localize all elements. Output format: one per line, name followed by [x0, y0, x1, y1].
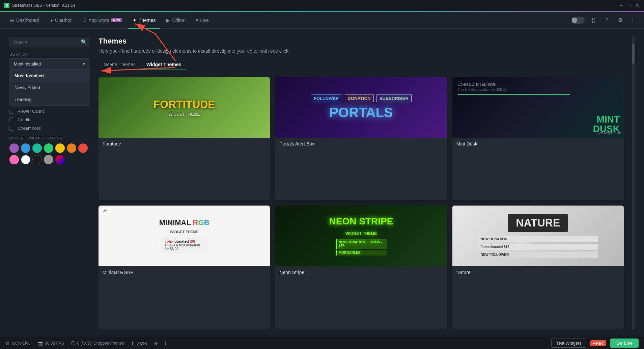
color-swatch-yellow[interactable]	[55, 143, 65, 153]
colors-section: WIDGET THEME COLORS	[9, 136, 90, 164]
themes-grid: FORTITUDE WIDGET THEME Fortitude FOLLOWE…	[99, 77, 624, 329]
main-content: 🔍 SORT BY Most Installed ▼ Most Installe…	[0, 29, 644, 337]
info-icon: ℹ	[165, 341, 166, 346]
color-swatch-black[interactable]	[32, 155, 42, 164]
nav-item-dashboard[interactable]: ⊞ Dashboard	[5, 15, 44, 26]
filter-label-streamboss: Streamboss	[18, 126, 41, 131]
nav-item-appstore[interactable]: ⬡ App Store New	[78, 15, 127, 26]
nav-item-chatbot[interactable]: ● Chatbot	[46, 15, 77, 26]
dropdown-arrow-icon: ▼	[82, 61, 86, 66]
window-title: Streamlabs OBS - Version: 0.11.14	[12, 3, 616, 8]
theme-card-minimal-rgb[interactable]: 35 MINIMAL RGB WIDGET THEME John donated…	[99, 206, 270, 329]
chatbot-icon: ●	[50, 18, 53, 23]
scroll-indicator[interactable]	[632, 37, 635, 329]
color-swatch-gray[interactable]	[44, 155, 53, 164]
columns-icon[interactable]: ⣿	[589, 16, 598, 25]
nav-label-editor: Editor	[172, 18, 185, 23]
theme-card-portals[interactable]: FOLLOWER DONATION SUBSCRIBER PORTALS Por…	[275, 77, 447, 200]
appstore-icon: ⬡	[82, 18, 86, 23]
nav-item-live[interactable]: ≡ Live	[191, 15, 214, 26]
color-swatch-red[interactable]	[78, 143, 88, 153]
nav-label-live: Live	[200, 18, 209, 23]
theme-thumbnail-mint-dusk: JOHN DONATED $90! This is a first donati…	[452, 77, 624, 138]
status-network: ⊕	[154, 341, 158, 346]
sort-option-trending[interactable]: Trending	[10, 93, 90, 105]
filter-streamboss[interactable]: Streamboss	[9, 126, 90, 131]
sidebar: 🔍 SORT BY Most Installed ▼ Most Installe…	[9, 37, 90, 329]
checkbox-viewer-count[interactable]	[9, 109, 14, 114]
window-controls: − □ ✕	[618, 3, 640, 8]
new-badge: New	[111, 18, 122, 22]
page-header: Themes Here you'll find hundreds of desi…	[99, 37, 624, 54]
theme-toggle[interactable]	[571, 17, 585, 24]
rec-badge: ● REC	[590, 340, 606, 346]
color-swatches	[9, 143, 90, 164]
search-box: 🔍	[9, 37, 90, 47]
rec-dot: ●	[593, 341, 595, 345]
live-icon: ≡	[195, 18, 198, 23]
dashboard-icon: ⊞	[10, 18, 14, 23]
scroll-thumb	[632, 44, 635, 64]
nav-bar: ⊞ Dashboard ● Chatbot ⬡ App Store New ✦ …	[0, 12, 644, 29]
theme-card-neon-stripe[interactable]: NEON STRIPEWIDGET THEME NEW DONATION — J…	[275, 206, 447, 329]
status-right: Test Widgets ● REC Go Live	[551, 339, 639, 348]
sort-current-value: Most Installed	[14, 61, 41, 66]
nav-items: ⊞ Dashboard ● Chatbot ⬡ App Store New ✦ …	[5, 15, 571, 26]
theme-name-fortitude: Fortitude	[99, 138, 270, 150]
bandwidth-value: 0 kb/s	[136, 341, 147, 346]
go-live-button[interactable]: Go Live	[610, 339, 639, 348]
theme-card-nature[interactable]: NATURE NEW DONATION John donated $17 NEW…	[452, 206, 624, 329]
checkbox-credits[interactable]	[9, 117, 14, 122]
status-dropped: 🖵 0 (0.0%) Dropped Frames	[71, 341, 124, 346]
tab-widget-themes[interactable]: Widget Themes	[141, 59, 187, 70]
nav-right: ⣿ ? ⚙ ⊢	[571, 16, 639, 25]
checkbox-streamboss[interactable]	[9, 126, 14, 131]
bandwidth-icon: ⬆	[131, 341, 135, 346]
theme-thumbnail-minimal-rgb: 35 MINIMAL RGB WIDGET THEME John donated…	[99, 206, 270, 266]
app-icon: S	[4, 3, 9, 8]
theme-name-minimal-rgb: Minimal RGB+	[99, 266, 270, 278]
title-bar: S Streamlabs OBS - Version: 0.11.14 − □ …	[0, 0, 644, 11]
sort-option-newly-added[interactable]: Newly Added	[10, 82, 90, 93]
color-swatch-pink[interactable]	[9, 155, 19, 164]
theme-card-fortitude[interactable]: FORTITUDE WIDGET THEME Fortitude	[99, 77, 270, 200]
color-swatch-white[interactable]	[21, 155, 30, 164]
search-input[interactable]	[13, 39, 78, 45]
color-swatch-purple[interactable]	[9, 143, 19, 153]
theme-thumbnail-nature: NATURE NEW DONATION John donated $17 NEW…	[452, 206, 624, 266]
dropped-icon: 🖵	[71, 341, 76, 346]
color-swatch-blue[interactable]	[21, 143, 30, 153]
maximize-button[interactable]: □	[626, 3, 632, 8]
filter-viewer-count[interactable]: Viewer Count	[9, 109, 90, 114]
nav-label-chatbot: Chatbot	[55, 18, 72, 23]
fps-value: 60.00 FPS	[45, 341, 64, 346]
color-swatch-teal[interactable]	[32, 143, 42, 153]
help-icon[interactable]: ?	[602, 16, 612, 25]
nav-label-themes: Themes	[139, 18, 156, 23]
sort-option-most-installed[interactable]: Most Installed	[10, 70, 90, 82]
theme-thumbnail-portals: FOLLOWER DONATION SUBSCRIBER PORTALS	[275, 77, 447, 138]
sort-dropdown-menu: Most Installed Newly Added Trending	[9, 70, 90, 106]
close-button[interactable]: ✕	[635, 3, 640, 8]
color-swatch-green[interactable]	[44, 143, 53, 153]
nav-item-themes[interactable]: ✦ Themes	[128, 15, 161, 26]
themes-icon: ✦	[133, 18, 137, 23]
test-widgets-button[interactable]: Test Widgets	[551, 339, 586, 348]
filter-credits[interactable]: Credits	[9, 117, 90, 122]
sort-section: SORT BY Most Installed ▼ Most Installed …	[9, 52, 90, 70]
color-swatch-gradient[interactable]	[55, 155, 65, 164]
rec-label: REC	[596, 341, 604, 345]
nav-item-editor[interactable]: ▶ Editor	[162, 15, 189, 26]
status-fps: 📷 60.00 FPS	[37, 341, 64, 346]
filter-label-viewer-count: Viewer Count	[18, 109, 44, 114]
tab-scene-themes[interactable]: Scene Themes	[99, 59, 141, 70]
settings-icon[interactable]: ⚙	[616, 16, 625, 25]
tab-bar: Scene Themes Widget Themes	[99, 59, 624, 70]
minimize-button[interactable]: −	[618, 3, 624, 8]
sort-dropdown-button[interactable]: Most Installed ▼	[9, 58, 90, 70]
dropped-value: 0 (0.0%) Dropped Frames	[77, 341, 124, 346]
color-swatch-orange[interactable]	[67, 143, 76, 153]
panels-icon[interactable]: ⊢	[629, 16, 639, 25]
status-bandwidth: ⬆ 0 kb/s	[131, 341, 147, 346]
theme-card-mint-dusk[interactable]: JOHN DONATED $90! This is a first donati…	[452, 77, 624, 200]
